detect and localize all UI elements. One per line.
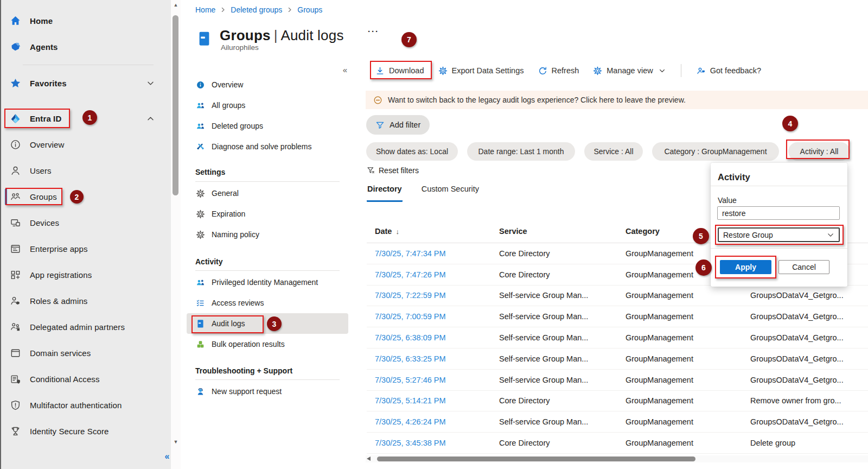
sidebar-item-domain-services[interactable]: Domain services (1, 340, 171, 366)
menu-item-label: Overview (212, 80, 243, 89)
toolbar-button-label: Got feedback? (710, 66, 761, 75)
table-row[interactable]: 7/30/25, 7:00:59 PMSelf-service Group Ma… (367, 306, 868, 327)
menu-item-deleted-groups[interactable]: Deleted groups (187, 116, 348, 136)
app-registrations-icon (10, 269, 21, 281)
filter-pill-activity[interactable]: Activity : All (788, 142, 850, 161)
more-actions-button[interactable]: ··· (368, 27, 379, 36)
table-row[interactable]: 7/30/25, 3:45:38 PMCore DirectoryGroupMa… (367, 433, 868, 454)
sidebar: HomeAgentsFavoritesEntra IDOverviewUsers… (0, 0, 181, 469)
gear-outline-icon (196, 189, 205, 198)
filter-pill-show-dates-as[interactable]: Show dates as: Local (366, 142, 458, 161)
cell-date[interactable]: 7/30/25, 5:14:21 PM (375, 396, 491, 405)
scroll-left-icon[interactable] (367, 457, 371, 461)
sidebar-item-agents[interactable]: Agents (1, 34, 171, 60)
horizontal-scrollbar[interactable] (366, 455, 868, 462)
menu-item-general[interactable]: General (187, 183, 348, 204)
sidebar-scrollbar[interactable]: ▲ ▼ (171, 0, 181, 469)
menu-collapse-button[interactable]: « (343, 65, 347, 74)
scroll-down-icon[interactable]: ▼ (171, 439, 181, 445)
sidebar-item-roles-admins[interactable]: Roles & admins (1, 288, 171, 314)
got-feedback-button[interactable]: Got feedback? (691, 61, 767, 80)
menu-item-new-support-request[interactable]: New support request (187, 381, 348, 402)
sidebar-item-home[interactable]: Home (1, 8, 171, 34)
cell-activity: GroupsODataV4_Getgro... (750, 376, 868, 384)
menu-item-expiration[interactable]: Expiration (187, 204, 348, 224)
sidebar-item-delegated-admin-partners[interactable]: Delegated admin partners (1, 314, 171, 340)
breadcrumb-link-groups[interactable]: Groups (297, 5, 322, 14)
cell-activity: Delete group (750, 439, 868, 447)
sidebar-item-label: Multifactor authentication (30, 401, 122, 410)
activity-dropdown[interactable]: Restore Group (718, 227, 840, 242)
table-row[interactable]: 7/30/25, 7:22:59 PMSelf-service Group Ma… (367, 286, 868, 307)
toolbar-button-label: Manage view (607, 66, 653, 75)
refresh-button[interactable]: Refresh (533, 61, 585, 80)
sidebar-item-label: Devices (30, 218, 59, 227)
menu-item-all-groups[interactable]: All groups (187, 95, 348, 116)
table-row[interactable]: 7/30/25, 6:38:09 PMSelf-service Group Ma… (367, 327, 868, 348)
menu-item-label: All groups (212, 101, 245, 110)
sidebar-item-groups[interactable]: Groups (1, 183, 171, 210)
sidebar-item-conditional-access[interactable]: Conditional Access (1, 366, 171, 392)
menu-item-overview[interactable]: Overview (187, 74, 348, 95)
scroll-up-icon[interactable]: ▲ (171, 2, 181, 8)
horizontal-scrollbar-thumb[interactable] (377, 457, 695, 461)
table-row[interactable]: 7/30/25, 4:26:24 PMSelf-service Group Ma… (367, 411, 868, 433)
sidebar-item-identity-secure-score[interactable]: Identity Secure Score (1, 418, 171, 444)
filter-pill-category[interactable]: Category : GroupManagement (652, 142, 779, 161)
filter-pill-date-range[interactable]: Date range: Last 1 month (467, 142, 575, 161)
table-row[interactable]: 7/30/25, 5:14:21 PMCore DirectoryGroupMa… (367, 391, 868, 412)
cell-date[interactable]: 7/30/25, 4:26:24 PM (375, 417, 491, 426)
filter-pill-service[interactable]: Service : All (584, 142, 643, 161)
cell-date[interactable]: 7/30/25, 7:00:59 PM (375, 312, 491, 321)
sidebar-collapse-button[interactable]: « (161, 452, 174, 461)
cancel-button[interactable]: Cancel (778, 260, 829, 274)
cell-date[interactable]: 7/30/25, 6:33:25 PM (375, 354, 491, 363)
cell-date[interactable]: 7/30/25, 7:47:26 PM (375, 270, 491, 279)
sidebar-item-users[interactable]: Users (1, 157, 171, 183)
tab-directory[interactable]: Directory (367, 183, 403, 202)
page-title-separator: | (274, 27, 278, 43)
menu-item-label: New support request (212, 387, 282, 396)
feedback-icon (697, 66, 706, 75)
preview-banner[interactable]: Want to switch back to the legacy audit … (366, 91, 868, 109)
menu-item-privileged-identity-management[interactable]: Privileged Identity Management (187, 272, 348, 293)
cell-date[interactable]: 7/30/25, 3:45:38 PM (375, 439, 491, 447)
cell-category: GroupManagement (626, 396, 742, 405)
cell-date[interactable]: 7/30/25, 7:47:34 PM (375, 249, 491, 258)
cell-date[interactable]: 7/30/25, 6:38:09 PM (375, 333, 491, 342)
breadcrumb-link-home[interactable]: Home (195, 5, 215, 14)
agents-icon (10, 41, 21, 53)
export-data-settings-button[interactable]: Export Data Settings (433, 61, 529, 80)
sidebar-item-label: Overview (30, 140, 64, 149)
sidebar-item-enterprise-apps[interactable]: Enterprise apps (1, 236, 171, 262)
mfa-shield-icon (10, 400, 21, 411)
cell-date[interactable]: 7/30/25, 5:27:46 PM (375, 376, 491, 384)
add-filter-button[interactable]: Add filter (366, 115, 430, 135)
toolbar-divider (681, 64, 681, 77)
sidebar-item-overview[interactable]: Overview (1, 131, 171, 157)
sidebar-scrollbar-thumb[interactable] (173, 15, 178, 195)
sidebar-item-devices[interactable]: Devices (1, 210, 171, 236)
sidebar-item-app-registrations[interactable]: App registrations (1, 262, 171, 288)
column-header-service[interactable]: Service (499, 227, 617, 236)
table-row[interactable]: 7/30/25, 5:27:46 PMSelf-service Group Ma… (367, 370, 868, 391)
reset-filters-button[interactable]: Reset filters (367, 165, 419, 176)
apply-button[interactable]: Apply (720, 260, 771, 274)
menu-item-diagnose-and-solve-problems[interactable]: Diagnose and solve problems (187, 136, 348, 157)
sidebar-item-favorites[interactable]: Favorites (1, 70, 171, 96)
preview-banner-text[interactable]: Want to switch back to the legacy audit … (388, 96, 686, 104)
column-header-date[interactable]: Date↓ (375, 227, 491, 236)
sidebar-item-multifactor-authentication[interactable]: Multifactor authentication (1, 392, 171, 418)
breadcrumb: HomeDeleted groupsGroups (195, 5, 322, 14)
menu-item-bulk-operation-results[interactable]: Bulk operation results (187, 334, 348, 354)
cell-date[interactable]: 7/30/25, 7:22:59 PM (375, 291, 491, 300)
manage-view-button[interactable]: Manage view (588, 61, 671, 80)
value-input[interactable] (717, 206, 840, 220)
menu-item-access-reviews[interactable]: Access reviews (187, 293, 348, 313)
cell-service: Core Directory (499, 396, 617, 405)
table-row[interactable]: 7/30/25, 6:33:25 PMSelf-service Group Ma… (367, 348, 868, 370)
tab-custom-security[interactable]: Custom Security (421, 183, 480, 202)
breadcrumb-link-deleted-groups[interactable]: Deleted groups (231, 5, 282, 14)
menu-item-naming-policy[interactable]: Naming policy (187, 224, 348, 245)
download-button[interactable]: Download (370, 61, 430, 80)
